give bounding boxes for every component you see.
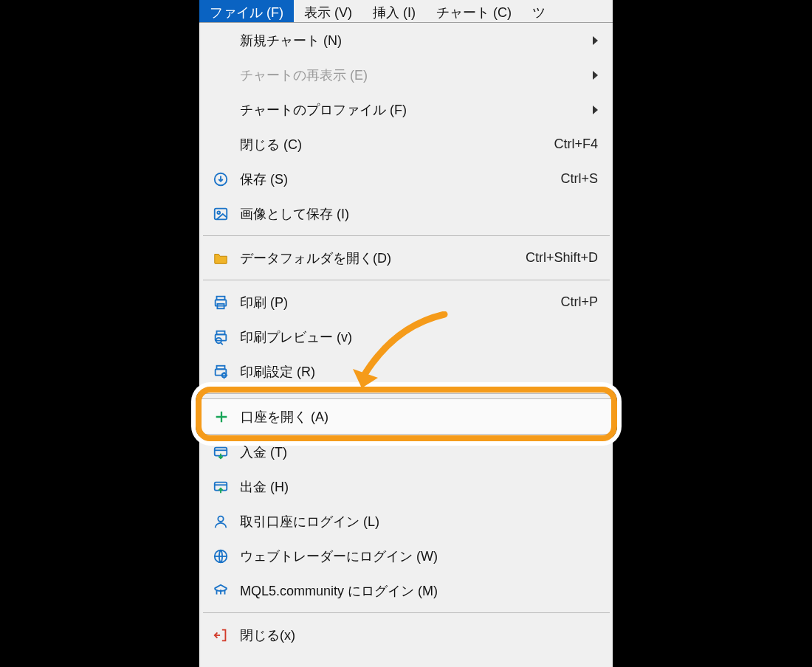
menu-item[interactable]: 閉じる(x) (200, 618, 613, 652)
menu-item-label: チャートの再表示 (E) (240, 66, 584, 84)
menu-item-label: 口座を開く (A) (241, 408, 597, 426)
menu-item[interactable]: 入金 (T) (200, 435, 613, 469)
deposit-icon (210, 442, 231, 463)
menubar-item-label: 挿入 (I) (373, 5, 416, 20)
submenu-arrow-icon (593, 106, 598, 114)
menu-item[interactable]: 印刷設定 (R) (200, 354, 613, 389)
menu-item[interactable]: 画像として保存 (I) (200, 196, 613, 231)
menu-item-label: 新規チャート (N) (240, 32, 584, 49)
menu-item-shortcut: Ctrl+P (560, 294, 598, 310)
blank-icon (210, 100, 231, 120)
menu-item-label: 印刷 (P) (240, 294, 560, 311)
blank-icon (210, 134, 231, 155)
menu-item-shortcut: Ctrl+Shift+D (526, 250, 598, 266)
exit-icon (210, 625, 231, 646)
svg-rect-1 (215, 208, 227, 219)
menu-item[interactable]: データフォルダを開く(D)Ctrl+Shift+D (200, 241, 613, 275)
blank-icon (210, 65, 231, 86)
blank-icon (210, 30, 231, 51)
menu-item[interactable]: 閉じる (C)Ctrl+F4 (200, 127, 613, 162)
mql5-icon (210, 581, 231, 601)
menu-item-label: 取引口座にログイン (L) (240, 513, 598, 531)
menu-item-shortcut: Ctrl+F4 (554, 136, 598, 152)
submenu-arrow-icon (593, 71, 598, 80)
menu-item[interactable]: チャートのプロファイル (F) (200, 92, 613, 127)
menu-item[interactable]: ウェブトレーダーにログイン (W) (200, 539, 613, 573)
menu-separator (203, 393, 610, 394)
menu-item[interactable]: 保存 (S)Ctrl+S (200, 162, 613, 196)
menubar: ファイル (F) 表示 (V) 挿入 (I) チャート (C) ツ (199, 0, 613, 23)
menu-item-label: 閉じる (C) (240, 136, 554, 153)
menubar-item-chart[interactable]: チャート (C) (426, 0, 522, 22)
image-icon (210, 204, 231, 224)
menu-item[interactable]: MQL5.community にログイン (M) (200, 573, 613, 608)
menu-item[interactable]: 印刷 (P)Ctrl+P (200, 285, 613, 319)
svg-point-2 (217, 211, 220, 214)
menubar-item-label: ツ (532, 5, 546, 20)
menu-item-label: 画像として保存 (I) (240, 205, 598, 223)
file-menu-dropdown: 新規チャート (N)チャートの再表示 (E)チャートのプロファイル (F)閉じる… (199, 23, 613, 667)
menu-item-label: ウェブトレーダーにログイン (W) (240, 547, 598, 565)
menubar-item-file[interactable]: ファイル (F) (199, 0, 294, 22)
menubar-item-label: 表示 (V) (304, 5, 352, 20)
globe-icon (210, 546, 231, 567)
user-icon (210, 511, 231, 532)
submenu-arrow-icon (593, 36, 598, 45)
menu-item[interactable]: 新規チャート (N) (200, 23, 613, 58)
menu-item-label: MQL5.community にログイン (M) (240, 582, 598, 600)
save-icon (210, 169, 231, 190)
folder-icon (210, 248, 231, 269)
menu-item: チャートの再表示 (E) (200, 58, 613, 92)
menubar-item-view[interactable]: 表示 (V) (294, 0, 362, 22)
menu-separator (203, 612, 610, 613)
menu-item[interactable]: 口座を開く (A) (200, 398, 613, 435)
menu-item-label: 閉じる(x) (240, 626, 598, 644)
menu-item[interactable]: 取引口座にログイン (L) (200, 504, 613, 539)
print-icon (210, 292, 231, 313)
preview-icon (210, 327, 231, 348)
withdraw-icon (210, 477, 231, 497)
menubar-item-tools[interactable]: ツ (522, 0, 556, 22)
menu-item-label: データフォルダを開く(D) (240, 249, 526, 267)
menubar-item-insert[interactable]: 挿入 (I) (362, 0, 426, 22)
plus-icon (211, 407, 232, 427)
menu-item-label: 入金 (T) (240, 443, 598, 461)
print-gear-icon (210, 362, 231, 382)
menu-separator (203, 280, 610, 280)
menubar-item-label: ファイル (F) (210, 5, 283, 20)
app-window: ファイル (F) 表示 (V) 挿入 (I) チャート (C) ツ 新規チャート… (199, 0, 613, 667)
menu-item-label: 出金 (H) (240, 478, 598, 496)
menu-item-label: 印刷プレビュー (v) (240, 328, 598, 346)
menu-item-shortcut: Ctrl+S (560, 171, 598, 187)
menu-item-label: チャートのプロファイル (F) (240, 101, 584, 119)
menu-item[interactable]: 出金 (H) (200, 469, 613, 504)
svg-point-14 (218, 516, 223, 521)
menubar-item-label: チャート (C) (436, 5, 512, 20)
menu-item-label: 印刷設定 (R) (240, 363, 598, 381)
menu-item-label: 保存 (S) (240, 170, 560, 188)
menu-item[interactable]: 印刷プレビュー (v) (200, 319, 613, 354)
menu-separator (203, 235, 610, 236)
